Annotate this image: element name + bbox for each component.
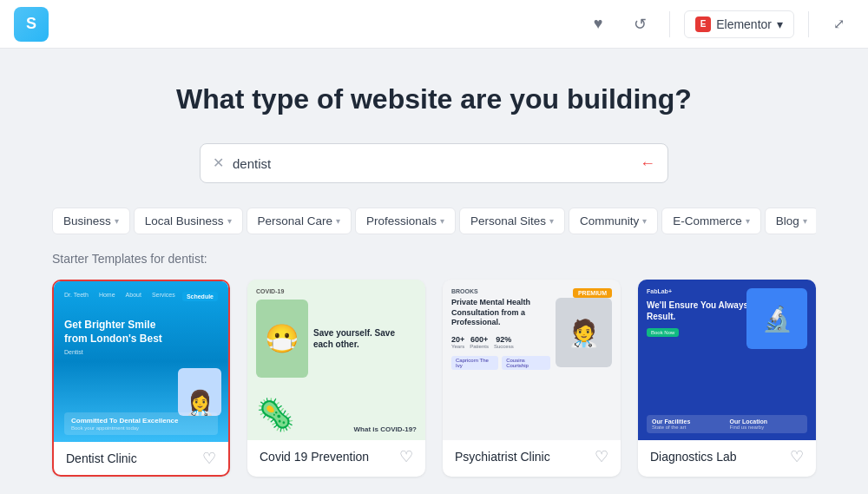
dentist-img bbox=[178, 368, 221, 416]
tab-personal-sites-label: Personal Sites bbox=[470, 214, 546, 227]
tab-ecommerce[interactable]: E-Commerce ▾ bbox=[661, 207, 761, 234]
covid-hero: 😷 Save yourself. Save each other. bbox=[256, 300, 417, 378]
templates-label: Starter Templates for dentist: bbox=[52, 252, 816, 266]
tab-blog-chevron: ▾ bbox=[803, 216, 807, 226]
diag-btn: Book Now bbox=[647, 328, 679, 337]
tab-community[interactable]: Community ▾ bbox=[569, 207, 658, 234]
template-footer-diag: Diagnostics Lab ♡ bbox=[638, 440, 816, 473]
tab-professionals-label: Professionals bbox=[366, 214, 437, 227]
tab-professionals-chevron: ▾ bbox=[440, 216, 444, 226]
favorites-button[interactable]: ♥ bbox=[582, 9, 614, 40]
dentist-bottom-title: Committed To Dental Excellence bbox=[71, 417, 211, 425]
template-card-covid[interactable]: COVID-19 😷 Save yourself. Save each othe… bbox=[247, 280, 425, 477]
tab-personal-sites-chevron: ▾ bbox=[549, 216, 554, 226]
tab-ecommerce-label: E-Commerce bbox=[673, 214, 742, 227]
psych-content: Private Mental Health Consultation from … bbox=[451, 298, 612, 370]
dentist-bottom: Committed To Dental Excellence Book your… bbox=[64, 412, 218, 435]
template-footer-dentist: Dentist Clinic ♡ bbox=[54, 442, 228, 475]
tab-personal-sites[interactable]: Personal Sites ▾ bbox=[459, 207, 565, 234]
covid-person-img: 😷 bbox=[256, 300, 308, 378]
tab-blog-label: Blog bbox=[776, 214, 799, 227]
topbar-right: ♥ ↺ E Elementor ▾ ⤢ bbox=[582, 9, 854, 40]
search-arrow-icon: ← bbox=[640, 155, 655, 173]
dentist-bottom-sub: Book your appointment today bbox=[71, 425, 211, 431]
dentist-title: Get Brighter Smile from London's Best bbox=[64, 319, 172, 346]
template-card-dentist-clinic[interactable]: Dr. Teeth Home About Services Schedule G… bbox=[52, 280, 230, 477]
elementor-chevron: ▾ bbox=[777, 17, 783, 31]
external-button[interactable]: ⤢ bbox=[823, 9, 854, 40]
search-wrapper: ✕ ← bbox=[52, 143, 816, 183]
template-heart-diag[interactable]: ♡ bbox=[790, 449, 804, 464]
psych-img: 🧑‍⚕️ bbox=[556, 298, 612, 367]
dentist-sub: Dentist bbox=[64, 349, 218, 355]
topbar-divider2 bbox=[808, 11, 809, 37]
template-thumbnail-dentist: Dr. Teeth Home About Services Schedule G… bbox=[54, 281, 228, 442]
tab-local-business[interactable]: Local Business ▾ bbox=[134, 207, 243, 234]
diag-bottom: Our Facilities State of the art Our Loca… bbox=[647, 415, 807, 433]
tab-community-chevron: ▾ bbox=[642, 216, 647, 226]
template-name-psych: Psychiatrist Clinic bbox=[455, 450, 550, 464]
template-thumbnail-psych: BROOKS PREMIUM Private Mental Health Con… bbox=[443, 280, 621, 440]
tab-business[interactable]: Business ▾ bbox=[52, 207, 130, 234]
tab-ecommerce-chevron: ▾ bbox=[746, 216, 750, 226]
template-card-diag[interactable]: FabLab+ We'll Ensure You Always Get The … bbox=[638, 280, 816, 477]
refresh-button[interactable]: ↺ bbox=[624, 9, 655, 40]
covid-virus-img: 🦠 bbox=[256, 397, 295, 433]
template-thumbnail-covid: COVID-19 😷 Save yourself. Save each othe… bbox=[247, 280, 425, 440]
tab-community-label: Community bbox=[580, 214, 639, 227]
covid-logo: COVID-19 bbox=[256, 288, 417, 294]
elementor-label: Elementor bbox=[716, 17, 772, 31]
tab-personal-care-label: Personal Care bbox=[258, 214, 332, 227]
tab-local-business-chevron: ▾ bbox=[227, 216, 232, 226]
template-footer-psych: Psychiatrist Clinic ♡ bbox=[443, 440, 621, 473]
tab-business-label: Business bbox=[63, 214, 111, 227]
tab-personal-care-chevron: ▾ bbox=[336, 216, 340, 226]
filter-tabs: Business ▾ Local Business ▾ Personal Car… bbox=[52, 207, 816, 234]
topbar-divider bbox=[669, 11, 670, 37]
main-content: What type of website are you building? ✕… bbox=[0, 49, 868, 494]
search-box: ✕ ← bbox=[200, 143, 668, 183]
template-thumbnail-diag: FabLab+ We'll Ensure You Always Get The … bbox=[638, 280, 816, 440]
topbar: S ♥ ↺ E Elementor ▾ ⤢ bbox=[0, 0, 868, 49]
tab-local-business-label: Local Business bbox=[145, 214, 224, 227]
template-card-psych[interactable]: BROOKS PREMIUM Private Mental Health Con… bbox=[443, 280, 621, 477]
tab-blog[interactable]: Blog ▾ bbox=[765, 207, 816, 234]
template-heart-dentist[interactable]: ♡ bbox=[202, 451, 216, 466]
elementor-button[interactable]: E Elementor ▾ bbox=[684, 10, 794, 38]
template-heart-covid[interactable]: ♡ bbox=[399, 449, 413, 464]
topbar-left: S bbox=[14, 7, 49, 42]
template-name-dentist: Dentist Clinic bbox=[66, 451, 137, 465]
page-title: What type of website are you building? bbox=[52, 83, 816, 115]
tab-professionals[interactable]: Professionals ▾ bbox=[355, 207, 456, 234]
template-footer-covid: Covid 19 Prevention ♡ bbox=[247, 440, 425, 473]
covid-text: Save yourself. Save each other. bbox=[313, 327, 417, 350]
template-grid: Dr. Teeth Home About Services Schedule G… bbox=[52, 280, 816, 477]
elementor-icon: E bbox=[695, 16, 711, 32]
psych-premium-badge: PREMIUM bbox=[573, 288, 612, 298]
diag-img: 🔬 bbox=[746, 288, 807, 349]
covid-question: What is COVID-19? bbox=[354, 425, 417, 433]
template-name-diag: Diagnostics Lab bbox=[650, 450, 737, 464]
app-logo: S bbox=[14, 7, 49, 42]
search-input[interactable] bbox=[233, 156, 631, 171]
template-name-covid: Covid 19 Prevention bbox=[260, 450, 369, 464]
template-heart-psych[interactable]: ♡ bbox=[595, 449, 608, 464]
dentist-badge: Schedule bbox=[182, 292, 218, 301]
tab-personal-care[interactable]: Personal Care ▾ bbox=[247, 207, 352, 234]
search-clear-button[interactable]: ✕ bbox=[213, 156, 224, 170]
tab-business-chevron: ▾ bbox=[115, 216, 119, 226]
